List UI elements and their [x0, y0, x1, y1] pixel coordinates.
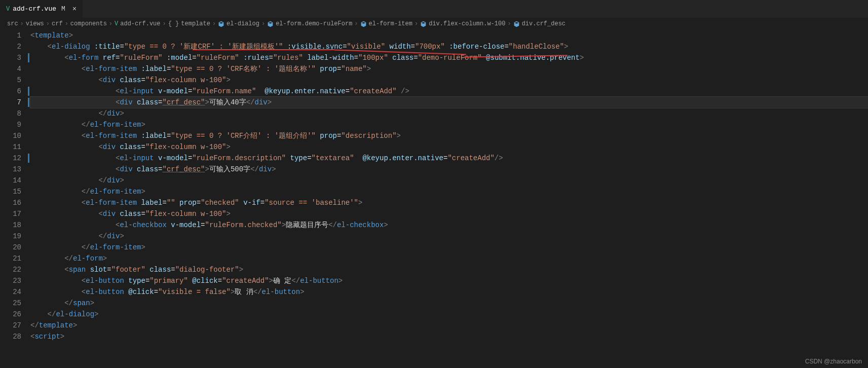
- code-line[interactable]: <el-input v-model="ruleForm.name" @keyup…: [30, 86, 868, 97]
- breadcrumb-item[interactable]: div.crf_desc: [522, 20, 565, 27]
- code-area[interactable]: <template> <el-dialog :title="type == 0 …: [30, 30, 868, 342]
- code-line[interactable]: <el-form-item :label="type == 0 ? 'CRF名称…: [30, 63, 868, 75]
- code-line[interactable]: <div class="flex-column w-100">: [30, 141, 868, 153]
- watermark: CSDN @zhaocarbon: [805, 358, 862, 365]
- brace-icon: { }: [168, 20, 179, 27]
- breadcrumb-item[interactable]: components: [70, 20, 107, 27]
- tab-bar: V add-crf.vue M ×: [0, 0, 868, 18]
- code-line[interactable]: <div class="crf_desc">可输入40字</div>: [30, 97, 868, 108]
- code-line[interactable]: </div>: [30, 231, 868, 242]
- cube-icon: [218, 21, 224, 27]
- breadcrumb-item[interactable]: src: [7, 20, 18, 27]
- code-line[interactable]: <el-dialog :title="type == 0 ? '新建CRF' :…: [30, 41, 868, 52]
- breadcrumb: src › views › crf › components › V add-c…: [0, 18, 868, 30]
- chevron-right-icon: ›: [46, 20, 50, 27]
- chevron-right-icon: ›: [65, 20, 68, 27]
- vue-icon: V: [115, 20, 118, 27]
- chevron-right-icon: ›: [20, 20, 24, 27]
- code-line[interactable]: <div class="flex-column w-100">: [30, 208, 868, 219]
- chevron-right-icon: ›: [414, 20, 418, 27]
- tab-modified-indicator: M: [61, 5, 65, 13]
- code-line[interactable]: <div class="crf_desc">可输入500字</div>: [30, 164, 868, 175]
- code-line[interactable]: <el-form-item label="" prop="checked" v-…: [30, 197, 868, 208]
- chevron-right-icon: ›: [507, 20, 511, 27]
- chevron-right-icon: ›: [109, 20, 112, 27]
- chevron-right-icon: ›: [261, 20, 265, 27]
- breadcrumb-item[interactable]: div.flex-column.w-100: [429, 20, 505, 27]
- code-line[interactable]: <span slot="footer" class="dialog-footer…: [30, 264, 868, 275]
- chevron-right-icon: ›: [212, 20, 216, 27]
- code-line[interactable]: </el-form-item>: [30, 186, 868, 197]
- tab-filename: add-crf.vue: [13, 5, 56, 13]
- code-line[interactable]: </el-form-item>: [30, 242, 868, 253]
- code-line[interactable]: </div>: [30, 108, 868, 119]
- breadcrumb-item[interactable]: el-form-item: [369, 20, 412, 27]
- code-line[interactable]: <el-button @click="visible = false">取 消<…: [30, 286, 868, 298]
- code-line[interactable]: <script>: [30, 331, 868, 342]
- breadcrumb-item[interactable]: template: [181, 20, 210, 27]
- breadcrumb-item[interactable]: add-crf.vue: [120, 20, 160, 27]
- line-number-gutter: 1 2 3 4 5 6 7 8 9 10 11 12 13 14 15 16 1…: [0, 30, 30, 342]
- chevron-right-icon: ›: [162, 20, 166, 27]
- vue-icon: V: [6, 6, 10, 13]
- code-line[interactable]: </div>: [30, 175, 868, 186]
- code-line[interactable]: <div class="flex-column w-100">: [30, 75, 868, 86]
- code-line[interactable]: <el-form-item :label="type == 0 ? 'CRF介绍…: [30, 130, 868, 141]
- breadcrumb-item[interactable]: el-form.demo-ruleForm: [276, 20, 352, 27]
- code-line[interactable]: </el-form>: [30, 253, 868, 264]
- cube-icon: [267, 21, 274, 27]
- code-line[interactable]: <el-form ref="ruleForm" :model="ruleForm…: [30, 52, 868, 63]
- cube-icon: [360, 21, 367, 27]
- cube-icon: [420, 21, 427, 27]
- code-line[interactable]: </el-form-item>: [30, 119, 868, 130]
- breadcrumb-item[interactable]: crf: [52, 20, 63, 27]
- chevron-right-icon: ›: [354, 20, 358, 27]
- code-line[interactable]: <el-button type="primary" @click="create…: [30, 275, 868, 286]
- code-line[interactable]: </template>: [30, 320, 868, 331]
- code-line[interactable]: <el-input v-model="ruleForm.description"…: [30, 153, 868, 164]
- code-line[interactable]: <el-checkbox v-model="ruleForm.checked">…: [30, 219, 868, 231]
- breadcrumb-item[interactable]: views: [26, 20, 44, 27]
- code-line[interactable]: </el-dialog>: [30, 309, 868, 320]
- code-editor[interactable]: 1 2 3 4 5 6 7 8 9 10 11 12 13 14 15 16 1…: [0, 30, 868, 342]
- close-icon[interactable]: ×: [72, 5, 77, 13]
- breadcrumb-item[interactable]: el-dialog: [227, 20, 259, 27]
- editor-tab[interactable]: V add-crf.vue M ×: [0, 0, 83, 18]
- cube-icon: [513, 21, 520, 27]
- code-line[interactable]: <template>: [30, 30, 868, 41]
- code-line[interactable]: </span>: [30, 298, 868, 309]
